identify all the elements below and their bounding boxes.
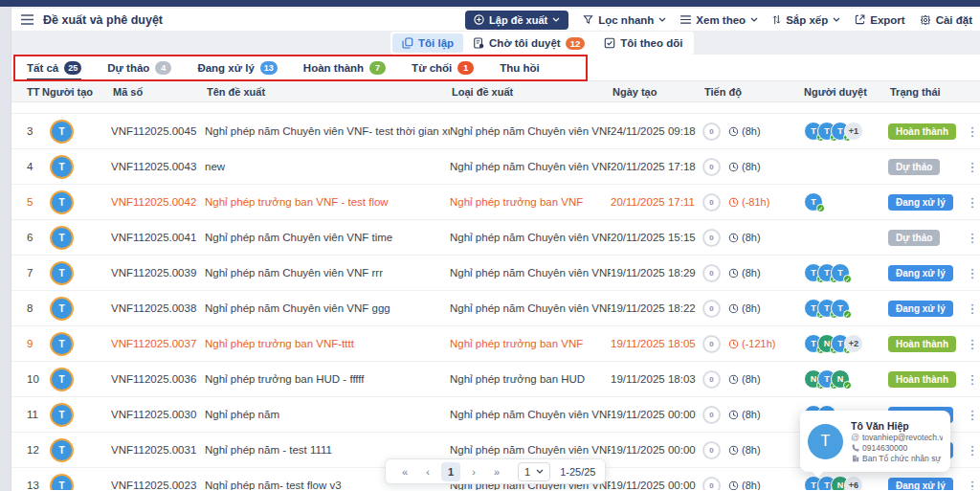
row-menu-button[interactable]: ⋮ bbox=[965, 231, 980, 245]
tab-toi-theo-doi[interactable]: Tôi theo dõi bbox=[594, 33, 692, 53]
sort-button[interactable]: Sắp xếp bbox=[772, 14, 840, 26]
approver-overflow-badge[interactable]: +2 bbox=[844, 334, 863, 353]
filter-tab-label: Thu hồi bbox=[500, 62, 540, 74]
row-code: VNF112025.0042 bbox=[111, 196, 205, 208]
row-title[interactable]: Nghỉ phép trưởng ban HUD - fffff bbox=[205, 373, 450, 385]
creator-avatar[interactable]: T bbox=[50, 403, 74, 427]
prev-page-button[interactable]: ‹ bbox=[418, 462, 437, 481]
export-button[interactable]: Export bbox=[855, 14, 904, 26]
clock-icon bbox=[728, 162, 739, 172]
row-menu-button[interactable]: ⋮ bbox=[965, 124, 980, 139]
filter-tab[interactable]: Từ chối1 bbox=[412, 55, 474, 80]
creator-avatar[interactable]: T bbox=[50, 261, 74, 285]
creator-avatar[interactable]: T bbox=[50, 474, 74, 491]
status-cell: Đang xử lý bbox=[888, 194, 965, 211]
filter-tab-count-badge: 4 bbox=[155, 61, 171, 75]
row-code: VNF112025.0030 bbox=[111, 409, 205, 420]
quick-filter-button[interactable]: Lọc nhanh bbox=[583, 14, 666, 26]
row-title[interactable]: Nghỉ phép năm Chuyên viên VNF rrr bbox=[205, 267, 450, 279]
row-code: VNF112025.0038 bbox=[111, 302, 205, 314]
table-row[interactable]: 7 T VNF112025.0039 Nghỉ phép năm Chuyên … bbox=[11, 256, 980, 291]
row-title[interactable]: Nghỉ phép năm bbox=[205, 409, 450, 420]
row-menu-button[interactable]: ⋮ bbox=[965, 160, 980, 174]
view-by-button[interactable]: Xem theo bbox=[680, 14, 758, 26]
creator-avatar[interactable]: T bbox=[50, 120, 74, 144]
table-row[interactable]: 8 T VNF112025.0038 Nghỉ phép năm Chuyên … bbox=[11, 291, 980, 326]
progress-cell: 0(8h) bbox=[702, 477, 802, 491]
row-menu-button[interactable]: ⋮ bbox=[965, 266, 980, 280]
creator-avatar[interactable]: T bbox=[50, 297, 74, 321]
email-icon: @ bbox=[851, 433, 859, 442]
table-row[interactable]: 4 T VNF112025.0043 new Nghỉ phép năm Chu… bbox=[11, 149, 980, 185]
row-menu-button[interactable]: ⋮ bbox=[965, 479, 980, 491]
row-title[interactable]: Nghỉ phép năm - test 1111 bbox=[205, 444, 450, 456]
row-menu-button[interactable]: ⋮ bbox=[965, 301, 980, 316]
tab-toi-lap[interactable]: Tôi lập bbox=[392, 33, 463, 53]
row-menu-button[interactable]: ⋮ bbox=[965, 443, 980, 458]
row-menu-button[interactable]: ⋮ bbox=[965, 408, 980, 422]
creator-avatar[interactable]: T bbox=[50, 368, 74, 391]
approver-overflow-badge[interactable]: +6 bbox=[844, 476, 863, 490]
row-title[interactable]: new bbox=[205, 161, 450, 172]
status-cell: Hoàn thành bbox=[888, 123, 965, 140]
row-menu-button[interactable]: ⋮ bbox=[965, 372, 980, 387]
creator-avatar[interactable]: T bbox=[50, 190, 74, 214]
row-menu-button[interactable]: ⋮ bbox=[965, 195, 980, 210]
progress-cell: 0(-121h) bbox=[702, 335, 802, 353]
settings-button[interactable]: Cài đặt bbox=[920, 14, 972, 26]
progress-cell: 0(8h) bbox=[702, 406, 802, 424]
creator-avatar[interactable]: T bbox=[50, 438, 74, 462]
approver-overflow-badge[interactable]: +1 bbox=[844, 122, 863, 141]
row-index: 3 bbox=[11, 125, 40, 137]
table-row[interactable]: 2 T 24/11/2025 09:26 0(8h) Dự thảo ⋮ bbox=[11, 102, 980, 114]
clock-icon bbox=[728, 410, 739, 420]
table-row[interactable]: 9 T VNF112025.0037 Nghỉ phép trưởng ban … bbox=[11, 326, 980, 362]
next-page-button[interactable]: › bbox=[464, 462, 483, 481]
table-row[interactable]: 3 T VNF112025.0045 Nghỉ phép năm Chuyên … bbox=[11, 114, 980, 149]
menu-icon[interactable] bbox=[21, 14, 33, 25]
approvers-cell: T✓ bbox=[802, 192, 888, 212]
filter-tab[interactable]: Tất cả25 bbox=[27, 55, 81, 80]
current-page-button[interactable]: 1 bbox=[441, 462, 460, 481]
profile-phone: 0914630000 bbox=[862, 443, 907, 453]
row-date: 20/11/2025 17:11 bbox=[611, 196, 702, 208]
row-code: VNF112025.0041 bbox=[111, 232, 205, 243]
row-title[interactable]: Nghỉ phép năm Chuyên viên VNF- test thời… bbox=[205, 125, 450, 137]
status-badge: Hoàn thành bbox=[888, 123, 956, 140]
status-cell: Đang xử lý bbox=[888, 478, 965, 491]
row-title[interactable]: Nghỉ phép năm Chuyên viên VNF ggg bbox=[205, 302, 450, 314]
row-title[interactable]: Nghỉ phép năm Chuyên viên VNF time bbox=[205, 232, 450, 243]
table-row[interactable]: 10 T VNF112025.0036 Nghỉ phép trưởng ban… bbox=[11, 362, 980, 397]
approver-avatar[interactable]: N✓ bbox=[831, 369, 850, 389]
progress-circle: 0 bbox=[702, 370, 721, 389]
approver-avatar[interactable]: T✓ bbox=[831, 299, 850, 318]
row-date: 24/11/2025 09:18 bbox=[611, 125, 702, 137]
row-index: 13 bbox=[11, 480, 40, 490]
table-row[interactable]: 6 T VNF112025.0041 Nghỉ phép năm Chuyên … bbox=[11, 220, 980, 256]
row-duration: (8h) bbox=[742, 302, 761, 314]
table-row[interactable]: 5 T VNF112025.0042 Nghỉ phép trưởng ban … bbox=[11, 185, 980, 220]
filter-tab[interactable]: Hoàn thành7 bbox=[303, 55, 386, 80]
create-proposal-button[interactable]: Lập đề xuất bbox=[465, 11, 568, 30]
tab-cho-toi-duyet[interactable]: Chờ tôi duyệt 12 bbox=[463, 33, 594, 53]
creator-cell: T bbox=[40, 120, 111, 144]
first-page-button[interactable]: « bbox=[395, 462, 414, 481]
filter-tab[interactable]: Đang xử lý13 bbox=[197, 55, 277, 80]
row-menu-button[interactable]: ⋮ bbox=[965, 337, 980, 351]
filter-tab[interactable]: Dự thảo4 bbox=[107, 55, 171, 80]
row-title[interactable]: Nghỉ phép trưởng ban VNF-tttt bbox=[205, 338, 450, 349]
approved-check-icon: ✓ bbox=[843, 310, 852, 318]
approver-avatar[interactable]: T✓ bbox=[804, 192, 823, 212]
progress-cell: 0(8h) bbox=[702, 300, 802, 318]
row-type: Nghỉ phép trưởng ban VNF bbox=[450, 196, 611, 208]
creator-avatar[interactable]: T bbox=[50, 226, 74, 250]
status-badge: Dự thảo bbox=[888, 159, 940, 175]
creator-avatar[interactable]: T bbox=[50, 155, 74, 179]
creator-avatar[interactable]: T bbox=[50, 332, 74, 356]
filter-tab[interactable]: Thu hồi bbox=[500, 55, 540, 80]
last-page-button[interactable]: » bbox=[487, 462, 506, 481]
progress-circle: 0 bbox=[702, 441, 721, 459]
row-title[interactable]: Nghỉ phép trưởng ban VNF - test flow bbox=[205, 196, 450, 208]
approver-avatar[interactable]: T✓ bbox=[831, 263, 850, 282]
page-select[interactable]: 1 bbox=[518, 462, 550, 481]
